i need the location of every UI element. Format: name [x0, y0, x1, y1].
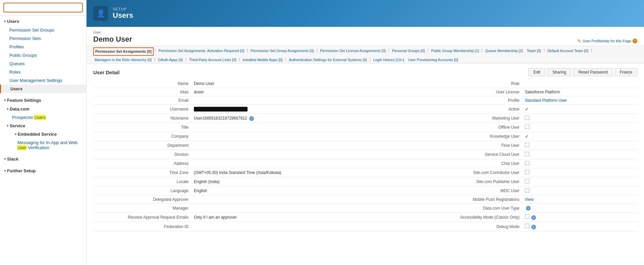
table-row: Time Zone (GMT+05:30) India Standard Tim… [93, 168, 637, 177]
sidebar-slack-section: ▾ Slack [0, 153, 86, 165]
field-value-language: English [191, 186, 365, 195]
field-value-timezone: (GMT+05:30) India Standard Time (Asia/Ko… [191, 168, 365, 177]
tab-permission-set-assignments[interactable]: Permission Set Assignments [5] [93, 47, 154, 56]
page-title: Users [113, 11, 133, 20]
field-value-division [191, 150, 365, 159]
sidebar-item-public-groups[interactable]: Public Groups [0, 51, 86, 59]
chevron-down-icon: ▾ [4, 19, 6, 23]
tab-permission-set-group-assignments[interactable]: Permission Set Group Assignments [0] [249, 47, 315, 56]
sidebar-group-slack-label: Slack [7, 157, 18, 162]
tab-queue-membership[interactable]: Queue Membership [2] [484, 47, 524, 56]
field-value-nickname: User16856183218729667812 i [191, 114, 365, 123]
chat-user-checkbox[interactable] [525, 161, 529, 165]
sidebar-item-queues[interactable]: Queues [0, 59, 86, 68]
field-value-receive-approval: Only if I am an approver [191, 213, 365, 222]
offline-user-checkbox[interactable] [525, 125, 529, 129]
section-title: User Detail [93, 70, 119, 75]
search-input[interactable]: User [3, 3, 83, 12]
accessibility-mode-checkbox[interactable] [525, 214, 529, 219]
sitecom-contributor-checkbox[interactable] [525, 170, 529, 174]
highlight-user: User [17, 145, 26, 150]
field-label-profile: Profile [365, 96, 522, 105]
table-row: Title Offline User [93, 123, 637, 132]
tab-navigation: Permission Set Assignments [5] | Permiss… [87, 46, 644, 63]
field-label-knowledge-user: Knowledge User [365, 132, 522, 141]
table-row: Alias duser User License Salesforce Plat… [93, 88, 637, 96]
info-icon[interactable]: i [249, 116, 254, 121]
field-label-email: Email [93, 96, 191, 105]
sidebar-item-prospector-users[interactable]: Prospector Users [0, 113, 86, 122]
tab-user-provisioning-accounts[interactable]: User Provisioning Accounts [0] [407, 56, 460, 63]
edit-icon: ✎ [577, 38, 581, 44]
sidebar-item-roles[interactable]: Roles [0, 68, 86, 76]
marketing-user-checkbox[interactable] [525, 116, 529, 120]
debug-mode-checkbox[interactable] [525, 224, 529, 228]
sitecom-publisher-checkbox[interactable] [525, 179, 529, 183]
tab-managers-in-role-hierarchy[interactable]: Managers in the Role Hierarchy [0] [93, 56, 153, 63]
edit-button[interactable]: Edit [528, 68, 545, 76]
field-value-accessibility-mode: i [522, 213, 637, 222]
tab-default-account-team[interactable]: Default Account Team [0] [546, 47, 590, 56]
sidebar-item-user-management-settings[interactable]: User Management Settings [0, 76, 86, 85]
info-icon[interactable]: i [531, 225, 536, 229]
main-content: 👤 SETUP Users User Demo User ✎ User Prof… [87, 0, 644, 265]
field-label-flow-user: Flow User [365, 141, 522, 150]
field-value-federation-id [191, 222, 365, 231]
table-row: Manager Data.com User Type i [93, 204, 637, 213]
sidebar-item-permission-sets[interactable]: Permission Sets [0, 34, 86, 43]
chevron-down-icon: ▾ [7, 107, 8, 111]
action-buttons: Edit Sharing Reset Password Freeze [528, 68, 637, 76]
sidebar-item-permission-set-groups[interactable]: Permission Set Groups [0, 26, 86, 34]
tab-installed-mobile-apps[interactable]: Installed Mobile Apps [0] [241, 56, 284, 63]
sidebar-item-messaging-in-app[interactable]: Messaging for In-App and Web User Verifi… [0, 138, 86, 152]
breadcrumb: User [93, 30, 637, 34]
field-value-chat-user [522, 159, 637, 168]
help-link[interactable]: ✎ User ProfileHelp for this Page ? [577, 38, 637, 44]
sidebar-feature-settings-section: ▾ Feature Settings ▾ Data.com Prospector… [0, 94, 86, 153]
sidebar-group-users[interactable]: ▾ Users [0, 17, 86, 26]
info-icon[interactable]: i [531, 215, 536, 220]
sidebar-item-profiles[interactable]: Profiles [0, 43, 86, 51]
sidebar-subgroup-service[interactable]: ▾ Service [0, 122, 86, 130]
field-value-wdc-user [522, 186, 637, 195]
sidebar-subgroup-embedded-service[interactable]: ▾ Embedded Service [0, 130, 86, 138]
user-header: User Demo User ✎ User ProfileHelp for th… [87, 27, 644, 46]
header-text: SETUP Users [113, 7, 133, 20]
table-row: Receive Approval Request Emails Only if … [93, 213, 637, 222]
tab-permission-set-license-assignments[interactable]: Permission Set License Assignments [0] [319, 47, 387, 56]
tab-personal-groups[interactable]: Personal Groups [0] [391, 47, 426, 56]
highlight-users: Users [34, 115, 46, 120]
field-value-user-license: Salesforce Platform [522, 88, 637, 96]
field-label-manager: Manager [93, 204, 191, 213]
info-icon[interactable]: i [526, 206, 531, 211]
table-row: Language English WDC User [93, 186, 637, 195]
tab-oauth-apps[interactable]: OAuth Apps [0] [157, 56, 184, 63]
wdc-user-checkbox[interactable] [525, 188, 529, 192]
field-label-alias: Alias [93, 88, 191, 96]
sidebar-subgroup-service-label: Service [10, 123, 25, 128]
tab-team[interactable]: Team [0] [526, 47, 542, 56]
tab-third-party-account-links[interactable]: Third-Party Account Links [0] [188, 56, 238, 63]
field-value-alias: duser [191, 88, 365, 96]
field-label-chat-user: Chat User [365, 159, 522, 168]
sidebar-group-further-setup[interactable]: ▾ Further Setup [0, 166, 86, 175]
sidebar-further-setup-section: ▾ Further Setup [0, 165, 86, 177]
chevron-down-icon: ▾ [4, 98, 6, 102]
sidebar-group-feature-settings[interactable]: ▾ Feature Settings [0, 96, 86, 105]
chevron-down-icon: ▾ [7, 124, 8, 128]
view-link[interactable]: View [525, 197, 534, 202]
flow-user-checkbox[interactable] [525, 143, 529, 147]
sidebar-item-users[interactable]: Users [0, 85, 86, 93]
reset-password-button[interactable]: Reset Password [573, 68, 612, 76]
profile-link[interactable]: Standard Platform User [525, 98, 567, 103]
sharing-button[interactable]: Sharing [547, 68, 571, 76]
tab-permission-set-activation[interactable]: Permission Set Assignments: Activation R… [157, 47, 246, 56]
tab-public-group-membership[interactable]: Public Group Membership [1] [430, 47, 480, 56]
sidebar-subgroup-data-com[interactable]: ▾ Data.com [0, 105, 86, 113]
field-value-active: ✓ [522, 105, 637, 114]
sidebar-group-slack[interactable]: ▾ Slack [0, 154, 86, 164]
tab-authentication-settings[interactable]: Authentication Settings for External Sys… [287, 56, 368, 63]
freeze-button[interactable]: Freeze [615, 68, 637, 76]
tab-login-history[interactable]: Login History [10+] [372, 56, 405, 63]
service-cloud-user-checkbox[interactable] [525, 152, 529, 156]
